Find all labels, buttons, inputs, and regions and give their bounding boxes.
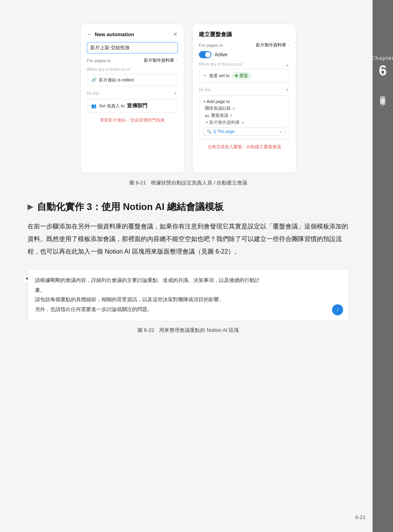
add-page-to-text: + Add page to	[203, 99, 230, 104]
section3-title: 自動化實作 3：使用 Notion AI 總結會議模板	[37, 201, 224, 213]
section-arrow-icon: ▶	[28, 202, 33, 211]
card-header-left: ← New automation ✕	[87, 31, 178, 37]
ai-send-button[interactable]: ↑	[332, 304, 343, 315]
chevron-right-icon: ›	[176, 58, 178, 63]
active-toggle[interactable]	[199, 51, 211, 58]
add-condition-icon[interactable]: ＋	[285, 62, 290, 69]
action-prefix: Set 負責人 to	[99, 103, 125, 109]
figure-21-area: ← New automation ✕ 影片上架-交給投放 For pages i…	[28, 24, 349, 173]
card-header-title: ← New automation	[87, 31, 134, 37]
action-people-icon: 👥	[91, 103, 97, 109]
add-action-icon[interactable]: ＋	[173, 90, 178, 97]
for-pages-value[interactable]: 影片製作資料庫 ›	[144, 57, 178, 63]
search-icon: 🔍	[207, 129, 211, 134]
close-icon[interactable]: ✕	[173, 31, 178, 37]
db1-row: 團隊會議紀錄 ∨	[205, 105, 285, 111]
condition-box: 🔗 影片連結 is edited	[87, 74, 178, 86]
right-condition-box: ✦ 進度 set to 覆盤	[199, 69, 290, 83]
arrow-up-right-icon: ↗	[205, 120, 208, 125]
ai-block-content: 請根據剛剛的會議內容，詳細列出會議的主要討論重點、達成的共識、決策事項，以及後續…	[35, 276, 342, 315]
for-pages-label: For pages in	[87, 58, 111, 63]
back-arrow-icon[interactable]: ←	[87, 31, 92, 37]
right-card-title: 建立覆盤會議	[199, 31, 290, 38]
dropdown-icon3: ∨	[241, 120, 244, 125]
ai-block-wrapper: ✦ 請根據剛剛的會議內容，詳細列出會議的主要討論重點、達成的共識、決策事項，以及…	[28, 269, 349, 321]
this-page-text: Q This page	[213, 129, 234, 134]
chapter-label: Chapter	[371, 55, 393, 61]
dropdown-icon1: ∨	[232, 106, 235, 110]
right-for-pages-row: For pages in 影片製作資料庫 ›	[199, 42, 290, 48]
template-name: 覆盤會議	[211, 112, 228, 118]
right-automation-card: 建立覆盤會議 For pages in 影片製作資料庫 › Active Whe…	[192, 24, 296, 173]
for-pages-row: For pages in 影片製作資料庫 ›	[87, 57, 178, 63]
chapter-subtitle: 團隊協作	[379, 92, 386, 98]
section3-heading: ▶ 自動化實作 3：使用 Notion AI 總結會議模板	[28, 201, 349, 213]
body-paragraph: 在前一步驟添加在另外一個資料庫的覆盤會議，如果你有注意到會發現它其實是設定以「覆…	[28, 220, 349, 258]
when-any-label: When any of these occur	[87, 67, 178, 72]
chevron-right-icon2: ›	[288, 43, 290, 47]
page-number: 6-21	[355, 514, 365, 520]
this-page-search[interactable]: 🔍 Q This page ∨	[203, 127, 285, 136]
add-action-icon2[interactable]: ＋	[285, 87, 290, 93]
card-title: New automation	[95, 31, 134, 37]
add-page-to-row: + Add page to	[203, 99, 285, 104]
active-label: Active	[215, 52, 228, 57]
right-when-any-label: When any of these occur ＋	[199, 62, 290, 66]
right-do-this-row: Do this ＋	[199, 87, 290, 93]
left-automation-card: ← New automation ✕ 影片上架-交給投放 For pages i…	[80, 24, 184, 173]
right-condition-text: 進度 set to	[209, 73, 230, 79]
chapter-number: 6	[379, 63, 387, 79]
progress-badge: 覆盤	[232, 72, 251, 79]
db2-row: ↗ 影片製作資料庫 ∨	[205, 120, 285, 125]
right-do-this-label: Do this	[199, 88, 211, 92]
db2-text: 影片製作資料庫	[209, 120, 240, 125]
active-toggle-row: Active	[199, 51, 290, 58]
action-value: 宣傳部門	[127, 102, 147, 109]
figure-22-caption: 圖 6-22 用來整理會議重點的 Notion AI 區塊	[28, 327, 349, 334]
figure-21-caption: 圖 6-21 根據狀態自動設定負責人員 / 自動建立會議	[28, 179, 349, 186]
db1-text: 團隊會議紀錄	[205, 105, 231, 111]
right-for-pages-value[interactable]: 影片製作資料庫 ›	[256, 42, 290, 48]
do-this-row: Do this ＋	[87, 90, 178, 97]
right-for-pages-label: For pages in	[199, 43, 223, 48]
add-page-section: + Add page to 團隊會議紀錄 ∨ as 覆盤會議 ∨ ↗ 影片製作資…	[199, 96, 290, 139]
condition-text: 影片連結 is edited	[99, 77, 134, 83]
ai-prompt-block[interactable]: 請根據剛剛的會議內容，詳細列出會議的主要討論重點、達成的共識、決策事項，以及後續…	[28, 269, 349, 321]
chapter-sidebar: Chapter 6 團隊協作	[373, 0, 393, 532]
progress-dot	[235, 74, 238, 77]
do-this-label: Do this	[87, 91, 99, 96]
main-content: ← New automation ✕ 影片上架-交給投放 For pages i…	[0, 0, 373, 365]
right-card-caption: 任務完成進入覆盤－自動建立覆盤會議	[199, 144, 290, 150]
action-box: 👥 Set 負責人 to 宣傳部門	[87, 99, 178, 112]
left-card-caption: 更新影片連結－交由宣傳部門負責	[87, 117, 178, 123]
sparkle-icon: ✦	[203, 73, 207, 78]
dropdown-icon2: ∨	[230, 113, 233, 118]
as-row: as 覆盤會議 ∨	[205, 112, 285, 118]
automation-name-input[interactable]: 影片上架-交給投放	[87, 42, 178, 53]
link-condition-icon: 🔗	[91, 77, 97, 83]
as-label: as	[205, 113, 209, 118]
dropdown-indicator: ∨	[279, 129, 282, 134]
